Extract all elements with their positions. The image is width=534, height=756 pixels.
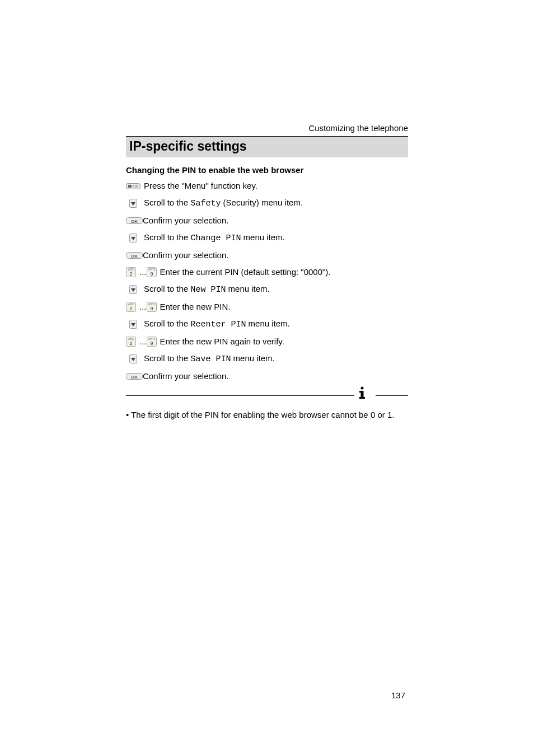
text-pre: Scroll to the bbox=[144, 198, 190, 207]
svg-text:2: 2 bbox=[129, 271, 132, 277]
scroll-down-icon bbox=[126, 285, 140, 294]
text-pre: Scroll to the bbox=[144, 284, 190, 293]
code-save-pin: Save PIN bbox=[190, 354, 231, 364]
step-text: Scroll to the Reenter PIN menu item. bbox=[144, 318, 290, 330]
step-text: Confirm your selection. bbox=[143, 215, 228, 226]
text-pre: Scroll to the bbox=[144, 319, 190, 328]
step-text: Scroll to the Safety (Security) menu ite… bbox=[144, 197, 303, 209]
ok-key-icon: OK bbox=[126, 372, 143, 381]
info-icon bbox=[358, 386, 367, 400]
text-post: (Security) menu item. bbox=[221, 198, 303, 207]
step-text: Confirm your selection. bbox=[143, 371, 228, 382]
step-confirm-2: OK Confirm your selection. bbox=[126, 250, 408, 261]
code-new-pin: New PIN bbox=[190, 285, 226, 295]
text-post: menu item. bbox=[246, 319, 289, 328]
ok-key-icon: OK bbox=[126, 251, 143, 260]
step-scroll-change-pin: Scroll to the Change PIN menu item. bbox=[126, 232, 408, 244]
step-text: Confirm your selection. bbox=[143, 250, 228, 261]
svg-text:2: 2 bbox=[129, 306, 132, 311]
step-scroll-reenter-pin: Scroll to the Reenter PIN menu item. bbox=[126, 318, 408, 330]
svg-text:OK: OK bbox=[131, 219, 138, 224]
digit-2-key-icon: ABC 2 bbox=[126, 337, 136, 347]
menu-key-icon bbox=[126, 181, 140, 190]
section-title-bar: IP-specific settings bbox=[126, 136, 408, 157]
step-text: Scroll to the Change PIN menu item. bbox=[144, 232, 285, 244]
svg-text:OK: OK bbox=[131, 375, 138, 380]
step-confirm-1: OK Confirm your selection. bbox=[126, 215, 408, 226]
ok-key-icon: OK bbox=[126, 216, 143, 225]
step-text: Scroll to the Save PIN menu item. bbox=[144, 353, 275, 365]
svg-rect-2 bbox=[133, 185, 134, 188]
svg-text:9: 9 bbox=[150, 271, 153, 277]
svg-rect-41 bbox=[359, 397, 365, 399]
step-scroll-save-pin: Scroll to the Save PIN menu item. bbox=[126, 353, 408, 365]
text-pre: Scroll to the bbox=[144, 353, 190, 363]
svg-rect-3 bbox=[135, 185, 138, 188]
svg-point-38 bbox=[361, 387, 364, 390]
text-post: menu item. bbox=[241, 232, 284, 242]
scroll-down-icon bbox=[126, 234, 140, 242]
svg-text:9: 9 bbox=[150, 340, 153, 346]
key-range-separator: ... bbox=[139, 336, 147, 347]
text-pre: Scroll to the bbox=[144, 232, 190, 242]
scroll-down-icon bbox=[126, 320, 140, 329]
section-subheading: Changing the PIN to enable the web brows… bbox=[126, 165, 408, 175]
digit-2-key-icon: ABC 2 bbox=[126, 302, 136, 312]
step-enter-current-pin: ABC 2 ... WXYZ 9 Enter the current PIN (… bbox=[126, 267, 408, 278]
rule-left bbox=[126, 395, 354, 396]
code-safety: Safety bbox=[190, 199, 221, 208]
step-enter-new-pin: ABC 2 ... WXYZ 9 Enter the new PIN. bbox=[126, 301, 408, 312]
step-text: Enter the new PIN. bbox=[160, 301, 231, 312]
key-range-separator: ... bbox=[139, 301, 147, 312]
scroll-down-icon bbox=[126, 354, 140, 363]
info-separator bbox=[126, 388, 408, 404]
note-text: • The first digit of the PIN for enablin… bbox=[126, 410, 408, 419]
page-number: 137 bbox=[391, 690, 405, 700]
rule-right bbox=[376, 395, 408, 396]
step-scroll-safety: Scroll to the Safety (Security) menu ite… bbox=[126, 197, 408, 209]
digit-9-key-icon: WXYZ 9 bbox=[147, 302, 157, 312]
code-reenter-pin: Reenter PIN bbox=[190, 320, 246, 329]
section-title: IP-specific settings bbox=[129, 139, 405, 154]
step-confirm-3: OK Confirm your selection. bbox=[126, 371, 408, 382]
page-container: Customizing the telephone IP-specific se… bbox=[0, 0, 534, 756]
step-enter-pin-again: ABC 2 ... WXYZ 9 Enter the new PIN again… bbox=[126, 336, 408, 347]
step-press-menu: Press the "Menu" function key. bbox=[126, 180, 408, 192]
svg-text:OK: OK bbox=[131, 254, 138, 259]
key-range-separator: ... bbox=[139, 267, 147, 278]
step-text: Scroll to the New PIN menu item. bbox=[144, 283, 270, 296]
svg-rect-40 bbox=[359, 391, 362, 393]
svg-rect-1 bbox=[128, 185, 132, 188]
step-text: Enter the new PIN again to verify. bbox=[160, 336, 284, 347]
step-scroll-new-pin: Scroll to the New PIN menu item. bbox=[126, 283, 408, 296]
text-post: menu item. bbox=[226, 284, 269, 293]
svg-text:9: 9 bbox=[150, 306, 153, 311]
digit-9-key-icon: WXYZ 9 bbox=[147, 337, 157, 347]
step-text: Press the "Menu" function key. bbox=[144, 180, 257, 192]
code-change-pin: Change PIN bbox=[190, 234, 241, 243]
svg-text:2: 2 bbox=[129, 340, 132, 346]
text-post: menu item. bbox=[231, 353, 274, 363]
step-text: Enter the current PIN (default setting: … bbox=[160, 267, 331, 278]
digit-2-key-icon: ABC 2 bbox=[126, 267, 136, 277]
scroll-down-icon bbox=[126, 199, 140, 208]
digit-9-key-icon: WXYZ 9 bbox=[147, 267, 157, 277]
running-head: Customizing the telephone bbox=[126, 123, 408, 133]
